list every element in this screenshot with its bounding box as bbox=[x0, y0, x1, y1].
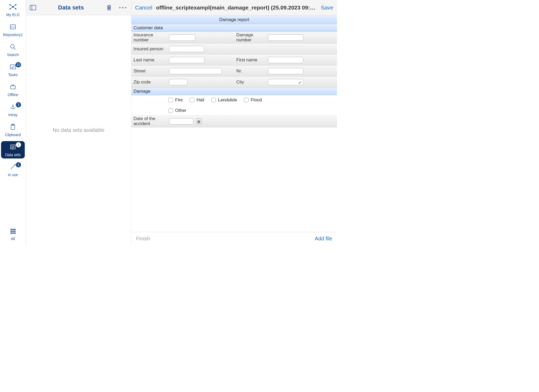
checkbox-other[interactable]: Other bbox=[168, 108, 337, 113]
checkbox-hail[interactable]: Hail bbox=[190, 97, 204, 103]
row-accident-date: Date of the accident ▦ bbox=[131, 116, 337, 127]
label-last-name: Last name bbox=[133, 58, 166, 63]
svg-rect-23 bbox=[11, 229, 12, 230]
row-insured-person: Insured person bbox=[131, 43, 337, 54]
inuse-badge: 1 bbox=[16, 162, 21, 167]
input-insurance-number[interactable] bbox=[169, 34, 195, 41]
nav-label: Offline bbox=[2, 93, 24, 97]
svg-point-22 bbox=[14, 164, 16, 165]
svg-rect-30 bbox=[12, 232, 14, 234]
save-button[interactable]: Save bbox=[321, 4, 333, 11]
nav-item-myelo[interactable]: My ELO bbox=[1, 1, 25, 18]
checkbox-fire[interactable]: Fire bbox=[168, 97, 183, 103]
nav-item-clipboard[interactable]: Clipboard bbox=[1, 121, 25, 138]
label-accident-date: Date of the accident bbox=[133, 116, 166, 126]
chk-label: Fire bbox=[175, 97, 183, 103]
svg-rect-27 bbox=[12, 231, 14, 232]
nav-label: Clipboard bbox=[2, 133, 24, 137]
svg-point-39 bbox=[298, 83, 299, 84]
search-icon bbox=[8, 43, 17, 51]
intray-badge: 3 bbox=[16, 102, 21, 107]
nav-label: My ELO bbox=[2, 13, 24, 17]
nav-label: Search bbox=[2, 53, 24, 57]
more-icon[interactable] bbox=[117, 5, 128, 10]
nav-item-search[interactable]: Search bbox=[1, 41, 25, 58]
row-names: Last name First name bbox=[131, 54, 337, 66]
input-zip[interactable] bbox=[169, 79, 187, 85]
svg-rect-28 bbox=[14, 231, 16, 232]
grid-icon bbox=[8, 227, 17, 235]
input-accident-date[interactable] bbox=[169, 118, 193, 125]
empty-text: No data sets available bbox=[53, 127, 105, 133]
nav-label: All bbox=[2, 237, 24, 241]
finish-button[interactable]: Finish bbox=[136, 236, 150, 242]
row-street: Street Nr. bbox=[131, 66, 337, 77]
nav-item-intray[interactable]: 3 Intray bbox=[1, 101, 25, 118]
svg-rect-26 bbox=[11, 231, 12, 232]
input-street[interactable] bbox=[169, 68, 222, 74]
nav-item-all[interactable]: All bbox=[1, 225, 25, 242]
svg-text:ELO: ELO bbox=[11, 26, 15, 28]
svg-line-8 bbox=[13, 7, 16, 9]
label-insurance-number: Insurance number bbox=[133, 33, 166, 42]
input-insured-person[interactable] bbox=[169, 46, 204, 52]
list-header: Data sets bbox=[26, 0, 131, 15]
chk-label: Other bbox=[175, 108, 186, 113]
input-damage-number[interactable] bbox=[268, 34, 303, 41]
nav-item-tasks[interactable]: 10 Tasks bbox=[1, 61, 25, 78]
nav-item-inuse[interactable]: 1 In use bbox=[1, 161, 25, 178]
form-body: Damage report Customer data Insurance nu… bbox=[131, 15, 337, 232]
chk-label: Landslide bbox=[218, 97, 237, 103]
input-nr[interactable] bbox=[268, 68, 303, 74]
list-title: Data sets bbox=[41, 4, 101, 11]
label-first-name: First name bbox=[236, 58, 265, 63]
nav-item-offline[interactable]: Offline bbox=[1, 81, 25, 98]
input-last-name[interactable] bbox=[169, 57, 204, 63]
add-file-button[interactable]: Add file bbox=[315, 236, 332, 242]
nav-label: In use bbox=[2, 173, 24, 177]
svg-line-5 bbox=[10, 5, 13, 7]
network-icon bbox=[8, 3, 17, 11]
svg-rect-24 bbox=[12, 229, 14, 230]
label-zip: Zip code bbox=[133, 80, 166, 85]
form-title: Damage report bbox=[131, 15, 337, 24]
edit-icon[interactable] bbox=[298, 80, 302, 84]
tasks-badge: 10 bbox=[16, 62, 21, 67]
svg-line-12 bbox=[14, 48, 16, 49]
nav-item-datasets[interactable]: 1 Data sets bbox=[1, 141, 25, 158]
calendar-icon[interactable]: ▦ bbox=[196, 118, 202, 124]
detail-pane: Cancel offline_scriptexampl(main_damage_… bbox=[131, 0, 337, 245]
svg-rect-25 bbox=[14, 229, 16, 230]
nav-label: Intray bbox=[2, 113, 24, 117]
svg-rect-32 bbox=[30, 5, 36, 10]
svg-rect-13 bbox=[10, 65, 16, 69]
label-damage-number: Damage number bbox=[236, 33, 265, 42]
briefcase-icon bbox=[8, 83, 17, 91]
svg-point-11 bbox=[11, 44, 14, 48]
chk-label: Hail bbox=[196, 97, 204, 103]
list-body: No data sets available bbox=[26, 15, 131, 245]
input-first-name[interactable] bbox=[268, 57, 303, 63]
detail-footer: Finish Add file bbox=[131, 232, 337, 245]
damage-options: Fire Hail Landslide Flood Other bbox=[131, 95, 337, 116]
nav-item-repository[interactable]: ELO Repository1 bbox=[1, 21, 25, 38]
chk-label: Flood bbox=[251, 97, 262, 103]
label-city: City bbox=[236, 80, 265, 85]
checkbox-landslide[interactable]: Landslide bbox=[211, 97, 237, 103]
svg-line-21 bbox=[11, 165, 15, 169]
left-nav: My ELO ELO Repository1 Search 10 Tasks O… bbox=[0, 0, 26, 245]
nav-label: Repository1 bbox=[2, 33, 24, 37]
cancel-button[interactable]: Cancel bbox=[135, 4, 152, 11]
datasets-badge: 1 bbox=[16, 142, 21, 147]
detail-header: Cancel offline_scriptexampl(main_damage_… bbox=[131, 0, 337, 15]
section-damage-heading: Damage bbox=[131, 88, 337, 95]
section-customer-heading: Customer data bbox=[131, 24, 337, 32]
trash-icon[interactable] bbox=[105, 4, 113, 11]
checkbox-flood[interactable]: Flood bbox=[244, 97, 262, 103]
toggle-sidebar-icon[interactable] bbox=[29, 4, 37, 11]
label-street: Street bbox=[133, 69, 166, 74]
label-insured-person: Insured person bbox=[133, 47, 166, 52]
nav-label: Data sets bbox=[2, 153, 24, 157]
nav-label: Tasks bbox=[2, 73, 24, 77]
row-insurance-damage: Insurance number Damage number bbox=[131, 32, 337, 43]
